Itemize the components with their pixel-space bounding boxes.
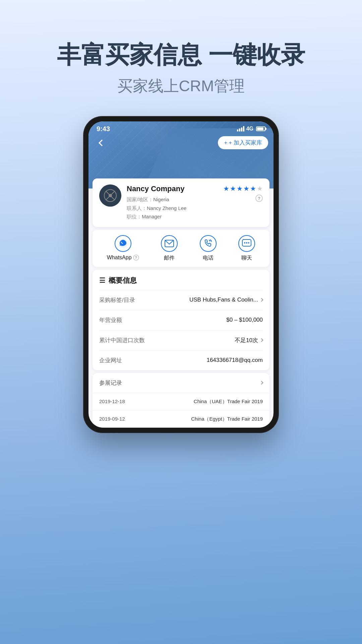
phone-screen: 9:43 4G (88, 121, 274, 428)
trade-header-label: 参展记录 (99, 379, 122, 387)
info-value-imports: 不足10次 (235, 336, 263, 344)
add-buyer-plus-icon: + (224, 140, 227, 146)
info-label-website: 企业网址 (99, 357, 122, 364)
whatsapp-icon (118, 239, 128, 248)
svg-point-9 (246, 242, 247, 244)
svg-point-10 (248, 242, 249, 244)
info-row-tags[interactable]: 采购标签/目录 USB Hubs,Fans & Coolin... (99, 290, 263, 310)
add-buyer-button[interactable]: + + 加入买家库 (218, 136, 268, 149)
info-label-tags: 采购标签/目录 (99, 296, 135, 304)
star-2: ★ (230, 184, 236, 193)
info-section-icon: ☰ (99, 276, 105, 284)
stars-area: ★ ★ ★ ★ ★ ★ ? (223, 184, 263, 202)
trade-header-row[interactable]: 参展记录 (93, 373, 269, 393)
star-empty: ★ (257, 184, 263, 193)
svg-point-8 (244, 242, 245, 244)
company-info: Nancy Company 国家/地区：Nigeria 联系人：Nancy Zh… (127, 184, 218, 221)
info-section: ☰ 概要信息 采购标签/目录 USB Hubs,Fans & Coolin...… (93, 270, 269, 370)
status-icons: 4G (237, 126, 265, 132)
company-card: Nancy Company 国家/地区：Nigeria 联系人：Nancy Zh… (93, 178, 269, 227)
svg-point-4 (109, 194, 112, 197)
rating-stars: ★ ★ ★ ★ ★ ★ (223, 184, 263, 193)
action-chat[interactable]: 聊天 (238, 235, 255, 262)
page-headline: 丰富买家信息 一键收录 (37, 40, 325, 69)
add-buyer-label: + 加入买家库 (229, 139, 262, 147)
trade-date-1: 2019-12-18 (99, 398, 125, 405)
chat-icon (242, 239, 251, 248)
star-1: ★ (223, 184, 229, 193)
trade-date-2: 2019-09-12 (99, 416, 125, 422)
trade-row-1: 2019-12-18 China（UAE）Trade Fair 2019 (93, 393, 269, 411)
company-position: 职位：Manager (127, 212, 218, 221)
trade-name-1: China（UAE）Trade Fair 2019 (194, 398, 263, 405)
info-value-revenue: $0 – $100,000 (226, 317, 263, 323)
status-time: 9:43 (97, 125, 110, 133)
info-value-website: 1643366718@qq.com (206, 357, 263, 364)
battery-icon (256, 126, 265, 131)
company-name: Nancy Company (127, 184, 218, 193)
chat-label: 聊天 (241, 255, 252, 262)
avatar-icon (99, 184, 121, 207)
info-row-website: 企业网址 1643366718@qq.com (99, 351, 263, 370)
info-row-imports[interactable]: 累计中国进口次数 不足10次 (99, 330, 263, 351)
phone-label: 电话 (203, 255, 214, 262)
info-value-tags: USB Hubs,Fans & Coolin... (189, 297, 263, 303)
info-section-header: ☰ 概要信息 (99, 270, 263, 290)
whatsapp-help-icon[interactable]: ? (133, 255, 139, 261)
trade-chevron-icon (259, 381, 263, 385)
whatsapp-label: WhatsApp (107, 255, 132, 261)
chevron-right-imports-icon (259, 338, 263, 342)
info-label-imports: 累计中国进口次数 (99, 336, 145, 344)
action-email[interactable]: 邮件 (161, 235, 178, 262)
whatsapp-label-wrap: WhatsApp ? (107, 255, 139, 261)
signal-icon (237, 126, 244, 131)
chat-icon-circle (238, 235, 255, 252)
email-icon (165, 240, 174, 247)
phone-mockup: 9:43 4G (84, 117, 278, 432)
network-type: 4G (246, 126, 253, 132)
action-bar: WhatsApp ? 邮件 (93, 230, 269, 267)
action-whatsapp[interactable]: WhatsApp ? (107, 235, 139, 262)
page-subtitle: 买家线上CRM管理 (117, 76, 245, 97)
star-5: ★ (250, 184, 256, 193)
trade-row-2: 2019-09-12 China（Egypt）Trade Fair 2019 (93, 411, 269, 428)
whatsapp-icon-circle (115, 235, 131, 252)
company-contact: 联系人：Nancy Zheng Lee (127, 204, 218, 213)
company-country: 国家/地区：Nigeria (127, 195, 218, 204)
trade-section: 参展记录 2019-12-18 China（UAE）Trade Fair 201… (93, 373, 269, 428)
phone-icon (204, 239, 213, 248)
info-section-title: 概要信息 (109, 276, 137, 285)
company-avatar (99, 184, 121, 207)
rating-help-icon[interactable]: ? (255, 195, 263, 202)
trade-name-2: China（Egypt）Trade Fair 2019 (191, 416, 263, 422)
back-chevron-icon (99, 140, 105, 146)
info-row-revenue: 年营业额 $0 – $100,000 (99, 310, 263, 330)
info-label-revenue: 年营业额 (99, 316, 122, 324)
content-wrapper: 丰富买家信息 一键收录 买家线上CRM管理 9:43 4G (0, 0, 362, 432)
status-bar: 9:43 4G (88, 121, 274, 136)
email-icon-circle (161, 235, 178, 252)
action-phone[interactable]: 电话 (200, 235, 217, 262)
chevron-right-icon (259, 298, 263, 302)
email-label: 邮件 (164, 255, 175, 262)
back-button[interactable] (95, 136, 109, 150)
star-3: ★ (237, 184, 243, 193)
star-4: ★ (243, 184, 249, 193)
phone-icon-circle (200, 235, 217, 252)
